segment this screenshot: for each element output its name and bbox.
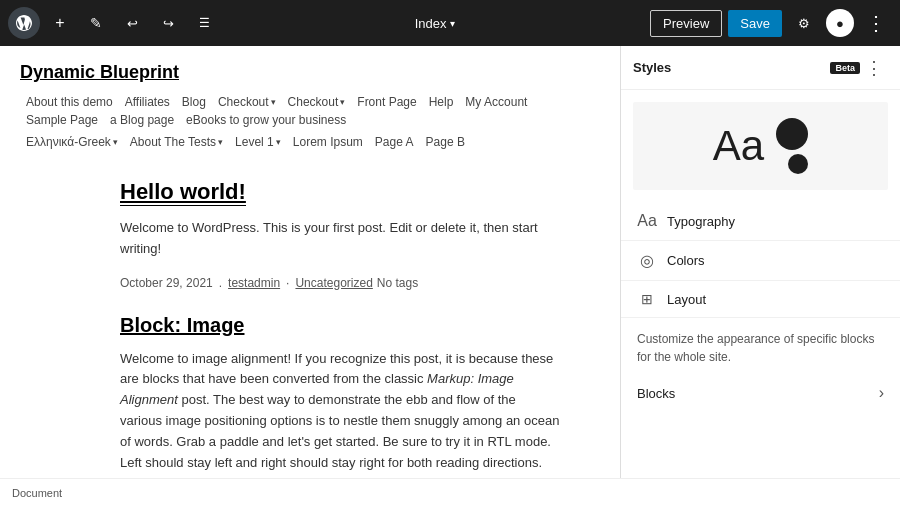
index-label: Index: [415, 16, 447, 31]
caret-icon: ▾: [271, 97, 276, 107]
nav-item-ebooks[interactable]: eBooks to grow your business: [180, 111, 352, 129]
layout-icon: ⊞: [637, 291, 657, 307]
nav-secondary: Ελληνικά-Greek ▾ About The Tests ▾ Level…: [20, 133, 600, 151]
panel-more-button[interactable]: ⋮: [860, 54, 888, 82]
post-1-category[interactable]: Uncategorized: [295, 276, 372, 290]
status-label: Document: [12, 487, 62, 499]
nav-item-help[interactable]: Help: [423, 93, 460, 111]
chevron-down-icon: ▾: [450, 18, 455, 29]
preview-button[interactable]: Preview: [650, 10, 722, 37]
more-options-button[interactable]: ⋮: [860, 7, 892, 39]
caret-icon: ▾: [340, 97, 345, 107]
post-1-author[interactable]: testadmin: [228, 276, 280, 290]
post-1-date: October 29, 2021: [120, 276, 213, 290]
nav-item-checkout1[interactable]: Checkout ▾: [212, 93, 282, 111]
redo-button[interactable]: ↪: [152, 7, 184, 39]
toolbar-left: + ✎ ↩ ↪ ☰: [8, 7, 220, 39]
post-2-italic-1: Markup: Image Alignment: [120, 371, 514, 407]
panel-header: Styles Beta ⋮: [621, 46, 900, 90]
post-1-tags: No tags: [377, 276, 418, 290]
styles-button[interactable]: ●: [826, 9, 854, 37]
typography-label: Typography: [667, 214, 884, 229]
post-1-content: Welcome to WordPress. This is your first…: [120, 218, 560, 260]
beta-badge: Beta: [830, 62, 860, 74]
meta-separator-1: .: [219, 276, 222, 290]
styles-panel: Styles Beta ⋮ Aa Aa Typography ◎ Colors …: [620, 46, 900, 478]
blocks-link-label: Blocks: [637, 386, 675, 401]
site-title[interactable]: Dynamic Blueprint: [20, 62, 600, 83]
caret-icon: ▾: [218, 137, 223, 147]
save-button[interactable]: Save: [728, 10, 782, 37]
undo-button[interactable]: ↩: [116, 7, 148, 39]
nav-item-page-b[interactable]: Page B: [420, 133, 471, 151]
nav-item-page-a[interactable]: Page A: [369, 133, 420, 151]
main-area: Dynamic Blueprint About this demo Affili…: [0, 46, 900, 478]
caret-icon: ▾: [276, 137, 281, 147]
nav-item-level1[interactable]: Level 1 ▾: [229, 133, 287, 151]
nav-item-sample-page[interactable]: Sample Page: [20, 111, 104, 129]
toolbar-center: Index ▾: [224, 12, 646, 35]
post-2-title[interactable]: Block: Image: [120, 314, 244, 337]
toolbar: + ✎ ↩ ↪ ☰ Index ▾ Preview Save ⚙ ● ⋮: [0, 0, 900, 46]
nav-item-front-page[interactable]: Front Page: [351, 93, 422, 111]
nav-item-tests[interactable]: About The Tests ▾: [124, 133, 229, 151]
colors-icon: ◎: [637, 251, 657, 270]
nav-item-affiliates[interactable]: Affiliates: [119, 93, 176, 111]
blocks-description: Customize the appearance of specific blo…: [637, 330, 884, 366]
typography-icon: Aa: [637, 212, 657, 230]
preview-dot-small: [788, 154, 808, 174]
colors-label: Colors: [667, 253, 884, 268]
toolbar-right: Preview Save ⚙ ● ⋮: [650, 7, 892, 39]
wordpress-icon[interactable]: [8, 7, 40, 39]
list-view-button[interactable]: ☰: [188, 7, 220, 39]
nav-item-about[interactable]: About this demo: [20, 93, 119, 111]
blocks-link[interactable]: Blocks ›: [637, 376, 884, 410]
caret-icon: ▾: [113, 137, 118, 147]
add-block-button[interactable]: +: [44, 7, 76, 39]
styles-preview-box: Aa: [633, 102, 888, 190]
meta-separator-2: ·: [286, 276, 289, 290]
styles-preview-dots: [776, 118, 808, 174]
settings-button[interactable]: ⚙: [788, 7, 820, 39]
post-1-title[interactable]: Hello world!: [120, 179, 246, 206]
status-bar: Document: [0, 478, 900, 506]
typography-item[interactable]: Aa Typography: [621, 202, 900, 241]
layout-item[interactable]: ⊞ Layout: [621, 281, 900, 318]
index-button[interactable]: Index ▾: [407, 12, 464, 35]
post-2-content: Welcome to image alignment! If you recog…: [120, 349, 560, 474]
panel-title: Styles: [633, 60, 824, 75]
nav-item-my-account[interactable]: My Account: [459, 93, 533, 111]
preview-dot-large: [776, 118, 808, 150]
nav-item-greek[interactable]: Ελληνικά-Greek ▾: [20, 133, 124, 151]
tools-button[interactable]: ✎: [80, 7, 112, 39]
editor-area: Dynamic Blueprint About this demo Affili…: [0, 46, 620, 478]
post-1-meta: October 29, 2021 . testadmin · Uncategor…: [120, 276, 560, 290]
colors-item[interactable]: ◎ Colors: [621, 241, 900, 281]
nav-item-blog-page[interactable]: a Blog page: [104, 111, 180, 129]
site-header: Dynamic Blueprint About this demo Affili…: [0, 46, 620, 159]
chevron-right-icon: ›: [879, 384, 884, 402]
nav-primary: About this demo Affiliates Blog Checkout…: [20, 93, 600, 129]
layout-label: Layout: [667, 292, 884, 307]
nav-item-checkout2[interactable]: Checkout ▾: [282, 93, 352, 111]
nav-item-blog[interactable]: Blog: [176, 93, 212, 111]
content-area: Hello world! Welcome to WordPress. This …: [0, 159, 620, 478]
styles-preview-aa: Aa: [713, 125, 764, 167]
nav-item-lorem[interactable]: Lorem Ipsum: [287, 133, 369, 151]
blocks-section: Customize the appearance of specific blo…: [621, 318, 900, 422]
